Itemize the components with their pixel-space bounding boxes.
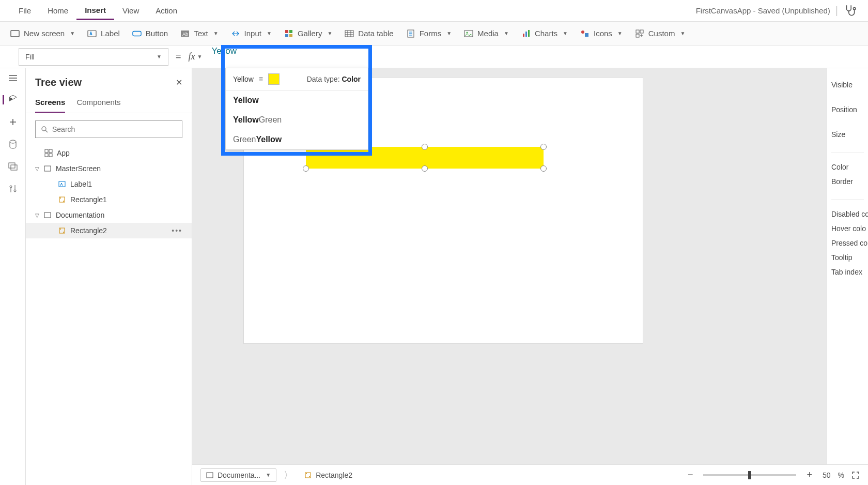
custom-label: Custom <box>648 29 675 38</box>
prop-disabled[interactable]: Disabled co <box>831 207 864 221</box>
menu-action[interactable]: Action <box>147 2 185 19</box>
rail-add-icon[interactable] <box>9 118 17 126</box>
tab-screens[interactable]: Screens <box>35 95 65 113</box>
svg-rect-28 <box>45 149 48 153</box>
datatable-button[interactable]: Data table <box>345 29 393 38</box>
rail-data-icon[interactable] <box>9 140 17 149</box>
prop-visible[interactable]: Visible <box>831 78 864 92</box>
menu-view[interactable]: View <box>114 2 147 19</box>
svg-point-43 <box>306 473 307 474</box>
formula-input[interactable]: Yellow <box>205 46 868 68</box>
menu-insert[interactable]: Insert <box>76 2 114 20</box>
prop-border[interactable]: Border <box>831 174 864 189</box>
breadcrumb-screen[interactable]: Documenta... ▼ <box>200 468 276 482</box>
insert-ribbon: New screen ▼ Label Button Ab Text ▼ Inpu… <box>0 22 868 46</box>
media-icon <box>464 29 473 38</box>
zoom-in-button[interactable]: + <box>803 469 815 480</box>
resize-handle[interactable] <box>540 165 547 172</box>
chevron-down-icon[interactable]: ▽ <box>35 213 39 218</box>
zoom-pct: % <box>838 471 844 479</box>
prop-tabindex[interactable]: Tab index <box>831 265 864 279</box>
tree-list: App▽MasterScreenLabel1Rectangle1▽Documen… <box>26 143 192 485</box>
resize-handle[interactable] <box>303 165 309 172</box>
gallery-icon <box>284 29 293 38</box>
main-area: Tree view ✕ Screens Components App▽Maste… <box>0 68 868 485</box>
tree-row-app[interactable]: App <box>26 145 192 161</box>
gallery-button[interactable]: Gallery ▼ <box>284 29 332 38</box>
svg-point-27 <box>42 127 46 131</box>
tree-row-doc[interactable]: ▽Documentation <box>26 207 192 223</box>
tree-row-label1[interactable]: Label1 <box>26 176 192 192</box>
property-selector-value: Fill <box>25 53 35 61</box>
more-icon[interactable]: ••• <box>172 226 182 235</box>
tab-components[interactable]: Components <box>76 95 120 113</box>
svg-rect-2 <box>88 31 96 37</box>
tree-search[interactable] <box>35 120 182 138</box>
custom-button[interactable]: Custom ▼ <box>635 29 686 38</box>
icons-button[interactable]: Icons ▼ <box>580 29 623 38</box>
app-icon <box>44 149 53 157</box>
prop-position[interactable]: Position <box>831 102 864 117</box>
svg-rect-20 <box>640 30 643 33</box>
media-label: Media <box>477 29 499 38</box>
screen-icon <box>10 29 20 38</box>
resize-handle[interactable] <box>422 165 428 172</box>
svg-rect-6 <box>285 30 288 33</box>
zoom-out-button[interactable]: − <box>685 469 696 480</box>
chevron-down-icon[interactable]: ▽ <box>35 166 39 172</box>
prop-hover[interactable]: Hover colo <box>831 221 864 236</box>
label-label: Label <box>101 29 120 38</box>
prop-pressed[interactable]: Pressed co <box>831 236 864 250</box>
media-button[interactable]: Media ▼ <box>464 29 509 38</box>
prop-size[interactable]: Size <box>831 127 864 142</box>
forms-button[interactable]: Forms ▼ <box>406 29 452 38</box>
tree-row-label: Rectangle2 <box>70 226 107 235</box>
new-screen-label: New screen <box>24 29 65 38</box>
new-screen-button[interactable]: New screen ▼ <box>10 29 75 38</box>
prop-color[interactable]: Color <box>831 160 864 174</box>
formula-bar: Fill ▼ = fx ▼ Yellow <box>0 46 868 68</box>
text-button[interactable]: Ab Text ▼ <box>180 29 218 38</box>
fx-icon[interactable]: fx <box>189 51 195 62</box>
svg-point-13 <box>467 32 468 33</box>
fit-to-window-icon[interactable] <box>851 471 860 479</box>
chevron-down-icon: ▼ <box>327 31 332 36</box>
app-checker-icon[interactable] <box>843 4 858 18</box>
property-selector[interactable]: Fill ▼ <box>19 48 168 66</box>
chart-icon <box>521 29 531 38</box>
icons-label: Icons <box>594 29 612 38</box>
label-button[interactable]: Label <box>87 29 120 38</box>
zoom-slider[interactable] <box>703 474 796 476</box>
resize-handle[interactable] <box>422 144 428 150</box>
svg-point-17 <box>581 31 584 34</box>
chevron-down-icon[interactable]: ▼ <box>197 54 203 59</box>
close-icon[interactable]: ✕ <box>176 78 182 87</box>
tree-row-master[interactable]: ▽MasterScreen <box>26 161 192 176</box>
svg-rect-32 <box>44 166 51 171</box>
tree-row-rect1[interactable]: Rectangle1 <box>26 192 192 207</box>
menu-home[interactable]: Home <box>39 2 76 19</box>
rail-treeview-icon[interactable] <box>3 95 18 104</box>
input-button[interactable]: Input ▼ <box>231 29 272 38</box>
button-button[interactable]: Button <box>132 29 168 38</box>
prop-tooltip[interactable]: Tooltip <box>831 250 864 265</box>
resize-handle[interactable] <box>540 144 547 150</box>
rail-hamburger-icon[interactable] <box>8 74 18 82</box>
autocomplete-item[interactable]: Yellow <box>226 90 368 110</box>
zoom-slider-thumb[interactable] <box>748 471 751 479</box>
tree-row-label: App <box>57 149 70 157</box>
tree-search-input[interactable] <box>52 125 177 133</box>
charts-button[interactable]: Charts ▼ <box>521 29 568 38</box>
menu-file[interactable]: File <box>10 2 39 19</box>
chevron-down-icon: ▼ <box>267 31 272 36</box>
autocomplete-item[interactable]: GreenYellow <box>226 130 368 149</box>
rail-media-icon[interactable] <box>8 162 18 171</box>
rail-tools-icon[interactable] <box>9 184 17 193</box>
autocomplete-item[interactable]: YellowGreen <box>226 110 368 130</box>
breadcrumb-control[interactable]: Rectangle2 <box>300 469 357 481</box>
rect-icon <box>58 226 66 235</box>
chevron-down-icon: ▼ <box>680 31 685 36</box>
eval-eq: = <box>259 75 263 83</box>
breadcrumb-separator: 〉 <box>284 469 293 481</box>
tree-row-rect2[interactable]: Rectangle2••• <box>26 223 192 238</box>
